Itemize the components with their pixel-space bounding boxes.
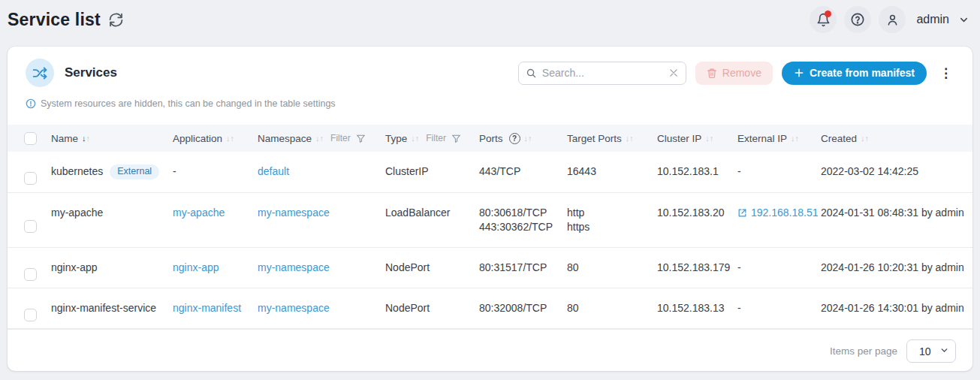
cell-application: - (173, 152, 258, 192)
cell-type: ClusterIP (385, 152, 479, 192)
application-link[interactable]: nginx-manifest (173, 302, 241, 314)
namespace-link[interactable]: my-namespace (258, 207, 330, 219)
external-ip-link[interactable]: 192.168.18.51 (737, 206, 819, 220)
column-header-external-ip[interactable]: External IP↓↑ (737, 133, 821, 144)
column-header-name[interactable]: Name↓↑ (51, 133, 173, 144)
column-header-ports[interactable]: Ports?↓↑ (479, 133, 567, 144)
service-name: my-apache (51, 206, 103, 220)
cell-ports: 80:30618/TCP443:30362/TCP (479, 193, 567, 247)
cell-ports: 443/TCP (479, 152, 567, 192)
row-checkbox[interactable] (24, 309, 37, 321)
kebab-menu-icon[interactable]: ⋮ (936, 65, 956, 81)
cell-external-ip: - (737, 288, 821, 328)
namespace-link[interactable]: my-namespace (258, 261, 330, 273)
row-checkbox[interactable] (24, 268, 37, 281)
column-header-type[interactable]: Type↓↑Filter (385, 133, 479, 144)
services-card: Services Remove (8, 47, 972, 371)
table-body: kubernetesExternal-defaultClusterIP443/T… (8, 152, 972, 329)
sort-arrows-icon[interactable]: ↓↑ (315, 134, 324, 143)
port-line: 443:30362/TCP (479, 220, 561, 234)
service-name: nginx-manifest-service (51, 301, 156, 315)
cell-name: kubernetesExternal (51, 152, 173, 192)
application-link[interactable]: nginx-app (173, 261, 219, 273)
column-header-target-ports[interactable]: Target Ports↓↑ (567, 133, 657, 144)
cell-external-ip: - (737, 152, 821, 192)
column-label: Namespace (258, 133, 312, 144)
filter-funnel-icon[interactable] (451, 134, 461, 143)
user-icon[interactable] (879, 6, 906, 33)
sort-arrows-icon[interactable]: ↓↑ (226, 134, 234, 143)
target-port-line: 16443 (567, 164, 651, 179)
external-badge: External (110, 164, 159, 179)
remove-button-label: Remove (722, 67, 761, 79)
plus-icon (794, 68, 804, 78)
sort-arrows-icon[interactable]: ↓↑ (82, 134, 90, 143)
namespace-link[interactable]: default (258, 165, 289, 177)
cell-ports: 80:32008/TCP (479, 288, 567, 328)
create-from-manifest-button[interactable]: Create from manifest (782, 62, 927, 85)
column-label: Application (173, 133, 222, 144)
sort-arrows-icon[interactable]: ↓↑ (861, 134, 869, 143)
search-input[interactable] (542, 67, 668, 79)
ports-help-icon[interactable]: ? (509, 133, 520, 144)
cell-namespace: my-namespace (258, 193, 385, 233)
filter-label[interactable]: Filter (426, 133, 446, 143)
column-label: Name (51, 133, 78, 144)
refresh-icon[interactable] (108, 11, 125, 28)
filter-label[interactable]: Filter (330, 133, 351, 143)
bell-icon[interactable] (810, 6, 837, 33)
select-all-checkbox[interactable] (24, 132, 37, 145)
target-port-line: 80 (567, 261, 651, 275)
cell-name: my-apache (51, 193, 173, 233)
cell-created: 2024-01-31 08:48:31 by admin (821, 193, 972, 233)
table-row: kubernetesExternal-defaultClusterIP443/T… (8, 152, 972, 193)
chevron-down-icon[interactable] (958, 14, 969, 26)
application-link[interactable]: my-apache (173, 207, 225, 219)
sort-arrows-icon[interactable]: ↓↑ (411, 134, 419, 143)
column-label: Cluster IP (657, 133, 701, 144)
items-per-page-label: Items per page (830, 345, 897, 357)
remove-button[interactable]: Remove (695, 62, 773, 85)
sort-arrows-icon[interactable]: ↓↑ (791, 134, 799, 143)
port-line: 80:30618/TCP (479, 206, 561, 220)
question-icon[interactable] (844, 6, 871, 33)
search-clear-icon[interactable] (668, 68, 679, 78)
column-header-created[interactable]: Created↓↑ (821, 133, 972, 144)
page-size-select[interactable]: 10 (906, 339, 956, 363)
service-name: nginx-app (51, 261, 98, 275)
cell-target-ports: 80 (567, 248, 657, 288)
namespace-link[interactable]: my-namespace (258, 302, 330, 314)
target-port-line: http (567, 206, 651, 220)
sort-arrows-icon[interactable]: ↓↑ (626, 134, 634, 143)
cell-namespace: default (258, 152, 385, 192)
column-header-application[interactable]: Application↓↑ (173, 133, 258, 144)
column-header-cluster-ip[interactable]: Cluster IP↓↑ (657, 133, 737, 144)
search-box (518, 62, 686, 85)
card-title: Services (65, 65, 117, 80)
cell-type: NodePort (385, 248, 479, 288)
topbar-right: admin (810, 6, 969, 33)
column-header-namespace[interactable]: Namespace↓↑Filter (258, 133, 385, 144)
target-port-line: https (567, 220, 651, 234)
sort-arrows-icon[interactable]: ↓↑ (524, 134, 532, 143)
cell-name: nginx-manifest-service (51, 288, 173, 328)
row-checkbox[interactable] (24, 220, 37, 233)
table-row: nginx-appnginx-appmy-namespaceNodePort80… (8, 248, 972, 288)
target-port-line: 80 (567, 301, 651, 315)
cell-application: nginx-manifest (173, 288, 258, 328)
cell-external-ip: - (737, 248, 821, 288)
user-menu-label[interactable]: admin (916, 13, 949, 26)
cell-namespace: my-namespace (258, 288, 385, 328)
cell-target-ports: httphttps (567, 193, 657, 247)
filter-funnel-icon[interactable] (356, 134, 366, 143)
table-row: my-apachemy-apachemy-namespaceLoadBalanc… (8, 193, 972, 248)
cell-target-ports: 16443 (567, 152, 657, 192)
row-select-cell (8, 159, 51, 185)
row-checkbox[interactable] (24, 172, 37, 185)
select-all-cell (8, 132, 51, 145)
card-header: Services Remove (8, 47, 972, 87)
column-label: Type (385, 133, 407, 144)
sort-arrows-icon[interactable]: ↓↑ (705, 134, 713, 143)
column-label: Target Ports (567, 133, 622, 144)
cell-created: 2024-01-26 10:20:31 by admin (821, 248, 972, 288)
